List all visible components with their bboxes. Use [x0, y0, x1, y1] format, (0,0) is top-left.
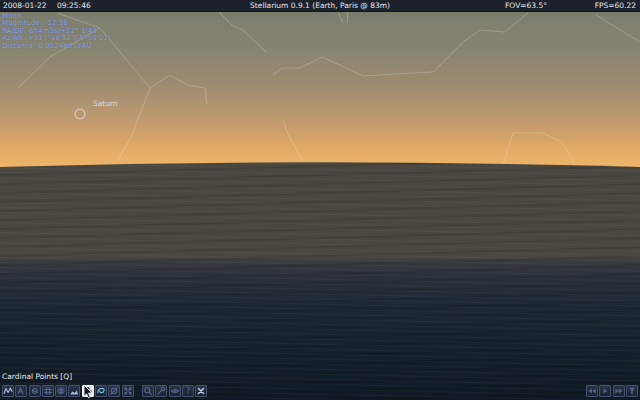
selected-object-info: Moon Magnitude: -12.36 RA/DE: 8h4m3s/+22…	[2, 13, 111, 50]
current-time-icon	[627, 386, 637, 396]
fps-display: FPS=60.22	[595, 0, 636, 11]
fov-display: FOV=63.5°	[505, 0, 547, 11]
saturn-label[interactable]: Saturn	[93, 99, 118, 108]
real-time-speed-button[interactable]	[599, 385, 611, 397]
decrease-time-speed-button[interactable]	[586, 385, 598, 397]
toolbar-tooltip: Cardinal Points [Q]	[2, 372, 72, 381]
object-distance: Distance: 0.00248852AU	[2, 43, 111, 50]
atmosphere-button[interactable]	[95, 385, 107, 397]
search-icon	[143, 386, 153, 396]
increase-time-speed-icon	[614, 386, 624, 396]
quit-icon	[196, 386, 206, 396]
constellation-labels-icon	[16, 386, 26, 396]
nebulas-button[interactable]	[108, 385, 120, 397]
cardinal-points-icon	[83, 386, 93, 396]
cardinal-points-button[interactable]	[82, 385, 94, 397]
real-time-speed-icon	[600, 386, 610, 396]
ground-button[interactable]	[68, 385, 80, 397]
quit-button[interactable]	[195, 385, 207, 397]
equatorial-grid-icon	[43, 386, 53, 396]
increase-time-speed-button[interactable]	[613, 385, 625, 397]
night-mode-icon	[170, 386, 180, 396]
fullscreen-button[interactable]	[122, 385, 134, 397]
search-button[interactable]	[142, 385, 154, 397]
return-to-current-time-button[interactable]	[626, 385, 638, 397]
constellation-art-button[interactable]	[29, 385, 41, 397]
equatorial-grid-button[interactable]	[42, 385, 54, 397]
status-bar: 2008-01-22 09:25:46 Stellarium 0.9.1 (Ea…	[0, 0, 640, 12]
atmosphere-icon	[96, 386, 106, 396]
help-button[interactable]: ?	[182, 385, 194, 397]
decrease-time-speed-icon	[587, 386, 597, 396]
constellation-art-icon	[30, 386, 40, 396]
constellation-lines-icon	[3, 386, 13, 396]
view-toolbar	[2, 385, 134, 397]
constellation-labels-button[interactable]	[15, 385, 27, 397]
svg-text:?: ?	[186, 386, 191, 396]
ground-icon	[69, 386, 79, 396]
ocean-landscape	[0, 0, 640, 400]
azimuthal-grid-icon	[56, 386, 66, 396]
night-mode-button[interactable]	[169, 385, 181, 397]
settings-button[interactable]	[155, 385, 167, 397]
nebulas-icon	[109, 386, 119, 396]
fullscreen-icon	[123, 386, 133, 396]
constellation-lines-button[interactable]	[2, 385, 14, 397]
time-toolbar	[586, 385, 638, 397]
settings-icon	[156, 386, 166, 396]
help-icon: ?	[183, 386, 193, 396]
window-toolbar: ?	[142, 385, 207, 397]
azimuthal-grid-button[interactable]	[55, 385, 67, 397]
stellarium-window: Saturn Moon Magnitude: -12.36 RA/DE: 8h4…	[0, 0, 640, 400]
